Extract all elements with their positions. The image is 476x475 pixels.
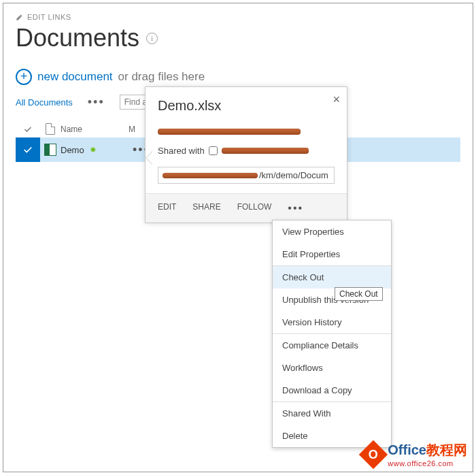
callout-title: Demo.xlsx [158,98,335,114]
callout-more-button[interactable]: ••• [288,202,303,214]
menu-workflows[interactable]: Workflows [273,357,391,379]
plus-circle-icon[interactable]: + [16,69,32,85]
watermark: O Office教程网 www.office26.com [363,441,467,468]
views-more-icon[interactable]: ••• [88,95,105,110]
shared-with-line: Shared with [158,146,335,156]
menu-shared-with[interactable]: Shared With [273,402,391,425]
pencil-icon [16,14,23,21]
menu-compliance-details[interactable]: Compliance Details [273,334,391,357]
context-menu: View Properties Edit Properties Check Ou… [272,220,392,448]
watermark-brand: Office [388,442,426,457]
edit-action[interactable]: EDIT [158,202,176,214]
check-icon [24,125,32,133]
page-title-text: Documents [16,24,139,52]
xlsx-icon [44,144,56,156]
view-all-documents[interactable]: All Documents [16,97,73,108]
follow-action[interactable]: FOLLOW [237,202,272,214]
tooltip: Check Out [335,287,383,301]
file-name-cell[interactable]: Demo ⁕ [61,144,129,155]
share-action[interactable]: SHARE [192,202,220,214]
new-document-link[interactable]: new document [37,70,113,84]
col-modified-header[interactable]: M [129,125,135,134]
menu-version-history[interactable]: Version History [273,311,391,333]
page-title: Documents i [16,24,460,52]
file-path-input[interactable]: /km/demo/Docum [158,167,335,184]
file-name: Demo [61,145,84,155]
file-path-suffix: /km/demo/Docum [259,170,328,180]
row-checkbox[interactable] [16,137,40,162]
file-callout: × Demo.xlsx Shared with /km/demo/Docum E… [145,86,347,223]
col-name-header[interactable]: Name [61,125,129,134]
watermark-suffix: 教程网 [426,442,467,457]
col-type-header[interactable] [40,123,61,135]
check-icon [23,145,33,154]
drag-hint: or drag files here [118,70,205,84]
new-badge-icon: ⁕ [89,144,97,155]
close-button[interactable]: × [333,93,340,107]
document-icon [46,123,55,135]
menu-download-copy[interactable]: Download a Copy [273,379,391,402]
menu-edit-properties[interactable]: Edit Properties [273,243,391,265]
menu-view-properties[interactable]: View Properties [273,220,391,243]
callout-actions: EDIT SHARE FOLLOW ••• [146,193,347,223]
watermark-url: www.office26.com [388,459,467,468]
file-type-icon [40,144,61,156]
edit-links-link[interactable]: EDIT LINKS [16,13,460,21]
office-logo-icon: O [359,440,388,468]
shared-with-checkbox[interactable] [209,146,218,155]
info-icon[interactable]: i [146,33,158,44]
edit-links-label: EDIT LINKS [27,13,71,21]
shared-with-label: Shared with [158,146,205,156]
menu-check-out[interactable]: Check Out [273,266,391,289]
callout-changed-line [158,126,335,136]
col-check-header[interactable] [16,125,40,133]
